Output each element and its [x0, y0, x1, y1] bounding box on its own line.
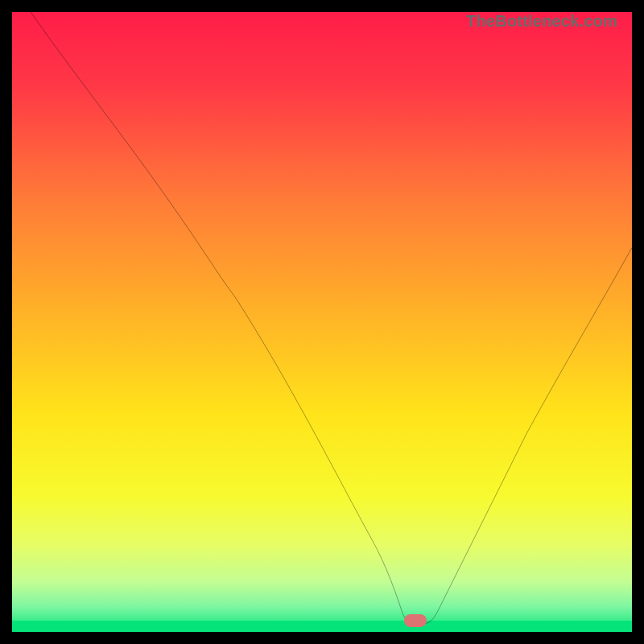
watermark-text: TheBottleneck.com	[466, 12, 617, 31]
optimum-marker	[404, 614, 427, 627]
bottleneck-curve	[12, 12, 632, 632]
plot-area: TheBottleneck.com	[12, 12, 632, 632]
chart-frame: TheBottleneck.com	[0, 0, 644, 644]
